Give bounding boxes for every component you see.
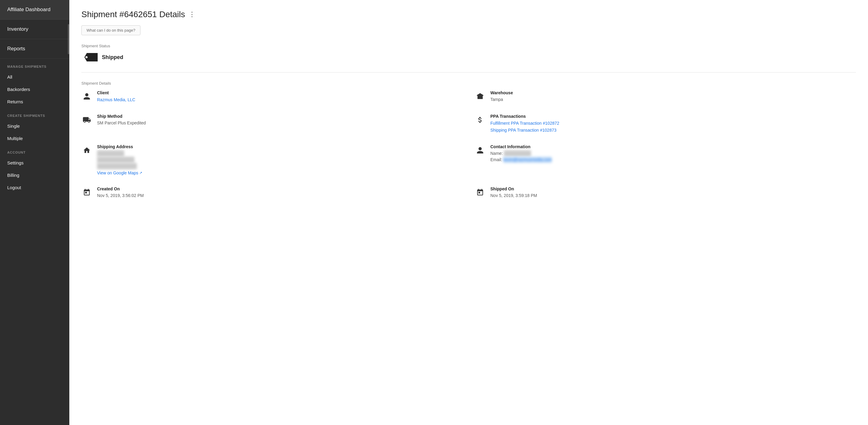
ship-method-value: SM Parcel Plus Expedited xyxy=(97,120,146,126)
client-content: Client Razmus Media, LLC xyxy=(97,90,135,103)
sidebar-section-manage-shipments: MANAGE SHIPMENTS xyxy=(0,59,69,71)
google-maps-link[interactable]: View on Google Maps ↗ xyxy=(97,170,142,175)
shipping-address-title: Shipping Address xyxy=(97,144,142,149)
detail-shipping-address: Shipping Address Kevin Razmus 10014 Glen… xyxy=(82,144,463,175)
sidebar-item-create-multiple[interactable]: Multiple xyxy=(0,132,69,144)
ship-method-title: Ship Method xyxy=(97,114,146,119)
sidebar: Affiliate Dashboard Inventory Reports MA… xyxy=(0,0,69,425)
external-link-icon: ↗ xyxy=(139,171,142,175)
sidebar-item-affiliate-dashboard[interactable]: Affiliate Dashboard xyxy=(0,0,69,20)
ppa-transactions-title: PPA Transactions xyxy=(490,114,559,119)
shipped-calendar-icon xyxy=(475,187,486,198)
ppa-shipping-link[interactable]: Shipping PPA Transaction #102873 xyxy=(490,127,559,133)
status-block: Shipped xyxy=(82,53,856,61)
details-section-label: Shipment Details xyxy=(82,81,856,86)
help-button[interactable]: What can I do on this page? xyxy=(82,25,141,35)
shipping-address-value: Kevin Razmus 10014 Glenalder Pl. Tampa, … xyxy=(97,150,142,169)
created-calendar-icon xyxy=(82,187,92,198)
warehouse-value: Tampa xyxy=(490,96,513,103)
detail-warehouse: Warehouse Tampa xyxy=(475,90,856,103)
home-icon xyxy=(82,145,92,156)
detail-contact-info: Contact Information Name: Kevin Razmus E… xyxy=(475,144,856,175)
page-header: Shipment #6462651 Details ⋮ xyxy=(82,10,856,19)
ppa-transactions-content: PPA Transactions Fulfillment PPA Transac… xyxy=(490,114,559,133)
status-section-label: Shipment Status xyxy=(82,44,856,48)
truck-icon xyxy=(82,115,92,125)
page-title: Shipment #6462651 Details xyxy=(82,10,185,19)
contact-icon xyxy=(475,145,486,156)
client-link[interactable]: Razmus Media, LLC xyxy=(97,96,135,103)
contact-name-row: Name: Kevin Razmus xyxy=(490,150,552,157)
client-title: Client xyxy=(97,90,135,95)
sidebar-item-manage-returns[interactable]: Returns xyxy=(0,96,69,108)
sidebar-scrollbar xyxy=(68,24,69,54)
sidebar-section-account: ACCOUNT xyxy=(0,144,69,157)
status-value: Shipped xyxy=(102,54,123,61)
sidebar-item-manage-backorders[interactable]: Backorders xyxy=(0,83,69,96)
shipped-on-content: Shipped On Nov 5, 2019, 3:59:18 PM xyxy=(490,187,537,199)
sidebar-item-billing[interactable]: Billing xyxy=(0,169,69,181)
sidebar-item-inventory[interactable]: Inventory xyxy=(0,20,69,39)
contact-name-blurred: Kevin Razmus xyxy=(504,150,531,157)
detail-created-on: Created On Nov 5, 2019, 3:56:02 PM xyxy=(82,187,463,199)
address-line2-blurred: Tampa, FL 33626 US xyxy=(97,163,137,169)
created-on-value: Nov 5, 2019, 3:56:02 PM xyxy=(97,193,144,199)
created-on-content: Created On Nov 5, 2019, 3:56:02 PM xyxy=(97,187,144,199)
detail-shipped-on: Shipped On Nov 5, 2019, 3:59:18 PM xyxy=(475,187,856,199)
created-on-title: Created On xyxy=(97,187,144,191)
dollar-icon xyxy=(475,115,486,125)
address-line1-blurred: 10014 Glenalder Pl. xyxy=(97,157,134,163)
detail-ppa-transactions: PPA Transactions Fulfillment PPA Transac… xyxy=(475,114,856,133)
details-grid: Client Razmus Media, LLC Warehouse Tampa… xyxy=(82,90,856,199)
shipped-on-title: Shipped On xyxy=(490,187,537,191)
detail-client: Client Razmus Media, LLC xyxy=(82,90,463,103)
shipped-tag-icon xyxy=(84,53,98,61)
sidebar-item-manage-all[interactable]: All xyxy=(0,71,69,83)
ship-method-content: Ship Method SM Parcel Plus Expedited xyxy=(97,114,146,126)
warehouse-content: Warehouse Tampa xyxy=(490,90,513,103)
client-icon xyxy=(82,91,92,102)
sidebar-item-settings[interactable]: Settings xyxy=(0,157,69,169)
warehouse-title: Warehouse xyxy=(490,90,513,95)
shipping-address-content: Shipping Address Kevin Razmus 10014 Glen… xyxy=(97,144,142,175)
contact-email-blurred: kevin@razmusmedia.com xyxy=(503,157,552,163)
main-content: Shipment #6462651 Details ⋮ What can I d… xyxy=(69,0,868,425)
sidebar-section-create-shipments: CREATE SHIPMENTS xyxy=(0,108,69,120)
svg-point-1 xyxy=(86,56,88,59)
address-name-blurred: Kevin Razmus xyxy=(97,150,124,157)
sidebar-item-logout[interactable]: Logout xyxy=(0,181,69,194)
warehouse-icon xyxy=(475,91,486,102)
detail-ship-method: Ship Method SM Parcel Plus Expedited xyxy=(82,114,463,133)
contact-info-content: Contact Information Name: Kevin Razmus E… xyxy=(490,144,552,163)
sidebar-item-reports[interactable]: Reports xyxy=(0,39,69,59)
contact-info-title: Contact Information xyxy=(490,144,552,149)
contact-email-row: Email: kevin@razmusmedia.com xyxy=(490,157,552,163)
shipped-on-value: Nov 5, 2019, 3:59:18 PM xyxy=(490,193,537,199)
ppa-fulfillment-link[interactable]: Fulfillment PPA Transaction #102872 xyxy=(490,120,559,127)
divider xyxy=(82,72,856,73)
more-options-icon[interactable]: ⋮ xyxy=(189,10,196,19)
sidebar-item-create-single[interactable]: Single xyxy=(0,120,69,132)
